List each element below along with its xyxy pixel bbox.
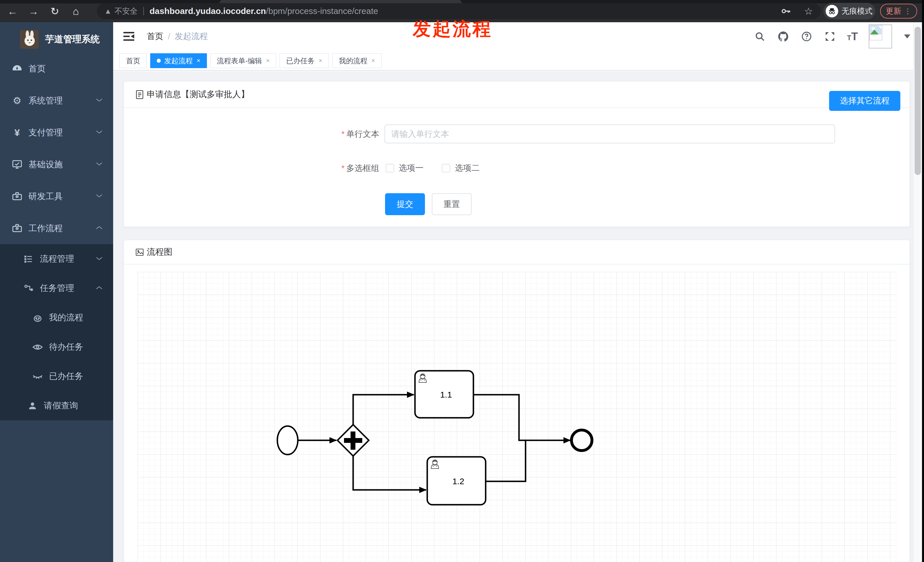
bpmn-diagram: 1.1 1.2 (138, 272, 897, 562)
close-tab-icon[interactable]: × (196, 57, 200, 64)
incognito-label: 无痕模式 (842, 6, 872, 16)
screen: ← → ↻ ⌂ ▲ 不安全 dashboard.yudao.iocoder.cn… (0, 0, 924, 562)
gear-icon: ⚙ (11, 94, 23, 107)
security-label: 不安全 (115, 6, 138, 16)
sidebar-item-payment[interactable]: ¥ 支付管理 (0, 117, 113, 148)
close-tab-icon[interactable]: × (266, 57, 270, 64)
browser-update-button[interactable]: 更新 ⋮ (880, 4, 917, 18)
sidebar-item-dev-tools[interactable]: 研发工具 (0, 180, 113, 212)
flow-gateway-to-task2 (353, 456, 426, 490)
sidebar-item-my-process[interactable]: 我的流程 (0, 303, 113, 332)
search-icon[interactable] (754, 30, 766, 43)
scrollbar-thumb[interactable] (915, 27, 921, 175)
chevron-up-icon (96, 225, 103, 231)
key-icon[interactable] (780, 5, 792, 17)
github-icon[interactable] (777, 30, 789, 43)
url-path: /bpm/process-instance/create (266, 6, 378, 16)
tab-label: 我的流程 (339, 56, 368, 66)
tab-label: 发起流程 (164, 56, 193, 66)
chevron-up-icon (96, 286, 103, 291)
sidebar-item-label: 系统管理 (28, 95, 63, 106)
bpmn-canvas[interactable]: 1.1 1.2 (138, 272, 897, 562)
breadcrumb: 首页 / 发起流程 (147, 31, 208, 42)
tab-done-tasks[interactable]: 已办任务 × (280, 53, 329, 68)
sidebar-item-workflow[interactable]: 工作流程 (0, 212, 113, 244)
flow-task1-to-end (473, 395, 570, 440)
active-dot (157, 59, 161, 63)
collapse-sidebar-icon[interactable] (123, 31, 135, 42)
tab-label: 已办任务 (286, 56, 315, 66)
checkbox-group: 选项一 选项二 (386, 159, 480, 177)
sidebar-item-done-tasks[interactable]: 已办任务 (0, 362, 113, 391)
checkbox-label: 选项一 (399, 162, 423, 174)
avatar[interactable] (869, 24, 892, 48)
checkbox-label: 选项二 (455, 162, 480, 174)
sidebar-item-label: 已办任务 (49, 370, 83, 382)
checkbox-icon[interactable] (442, 164, 450, 172)
monitor-icon (11, 158, 23, 171)
reset-button[interactable]: 重置 (432, 193, 472, 215)
bookmark-star-icon[interactable]: ☆ (804, 5, 813, 17)
required-asterisk: * (342, 129, 345, 138)
choose-other-process-button[interactable]: 选择其它流程 (829, 91, 900, 111)
checkbox-option-2[interactable]: 选项二 (442, 162, 480, 174)
tags-view-bar: 首页 发起流程 × 流程表单-编辑 × 已办任务 × 我的流程 × (113, 51, 922, 71)
avatar-dropdown-caret-icon[interactable] (904, 34, 910, 39)
tab-create-process[interactable]: 发起流程 × (150, 53, 207, 68)
app-logo-row[interactable]: 芋道管理系统 (0, 25, 113, 54)
checkbox-icon[interactable] (386, 164, 394, 172)
close-tab-icon[interactable]: × (319, 57, 322, 64)
sidebar-item-system[interactable]: ⚙ 系统管理 (0, 85, 113, 117)
back-icon[interactable]: ← (6, 5, 19, 17)
single-line-text-input[interactable] (384, 124, 835, 143)
sidebar-item-task-management[interactable]: 任务管理 (0, 274, 113, 303)
tab-process-form-edit[interactable]: 流程表单-编辑 × (210, 53, 276, 68)
breadcrumb-current: 发起流程 (175, 31, 208, 42)
app-title: 芋道管理系统 (45, 33, 100, 46)
end-event-node (572, 430, 592, 451)
divider (143, 7, 144, 15)
task-label: 1.1 (440, 390, 452, 399)
chevron-down-icon (96, 162, 103, 167)
text-field-label: *单行文本 (124, 124, 380, 143)
submit-button[interactable]: 提交 (385, 193, 425, 215)
document-icon (135, 90, 144, 99)
forward-icon[interactable]: → (27, 5, 40, 17)
breadcrumb-home[interactable]: 首页 (147, 31, 163, 42)
help-icon[interactable] (800, 30, 813, 43)
browser-menu-dots-icon[interactable]: ⋮ (904, 7, 912, 16)
home-icon[interactable]: ⌂ (69, 5, 82, 17)
sidebar-item-label: 工作流程 (28, 223, 63, 234)
sidebar-item-label: 基础设施 (28, 159, 63, 171)
sidebar-item-label: 任务管理 (40, 282, 74, 294)
sidebar-item-label: 研发工具 (28, 191, 63, 202)
sidebar-item-infrastructure[interactable]: 基础设施 (0, 148, 113, 180)
font-size-icon[interactable]: TT (847, 31, 858, 42)
sidebar-item-todo-tasks[interactable]: 待办任务 (0, 332, 113, 362)
user-icon (27, 400, 38, 412)
diagram-card-title: 流程图 (147, 246, 172, 258)
sidebar-item-process-management[interactable]: 流程管理 (0, 244, 113, 274)
checkbox-group-label: *多选框组 (124, 159, 380, 177)
close-tab-icon[interactable]: × (371, 57, 375, 64)
sidebar-item-home[interactable]: 首页 (0, 53, 113, 85)
sidebar-item-leave-query[interactable]: 请假查询 (0, 391, 113, 420)
url-domain: dashboard.yudao.iocoder.cn (150, 6, 266, 16)
eye-icon (32, 342, 44, 353)
scrollbar[interactable] (913, 22, 922, 562)
fullscreen-icon[interactable] (824, 30, 836, 43)
reload-icon[interactable]: ↻ (48, 5, 61, 17)
task-label: 1.2 (452, 477, 464, 486)
chevron-down-icon (96, 193, 103, 199)
tab-my-process[interactable]: 我的流程 × (332, 53, 382, 68)
face-icon (32, 312, 44, 324)
gauge-icon (11, 62, 23, 75)
tab-home[interactable]: 首页 (119, 53, 147, 68)
checkbox-option-1[interactable]: 选项一 (386, 162, 423, 174)
eye-closed-icon (32, 371, 44, 382)
update-label: 更新 (886, 6, 901, 16)
chevron-down-icon (96, 98, 103, 103)
yuan-icon: ¥ (11, 126, 23, 139)
app-logo-rabbit-image (20, 30, 39, 49)
toolbox-icon (11, 190, 23, 202)
